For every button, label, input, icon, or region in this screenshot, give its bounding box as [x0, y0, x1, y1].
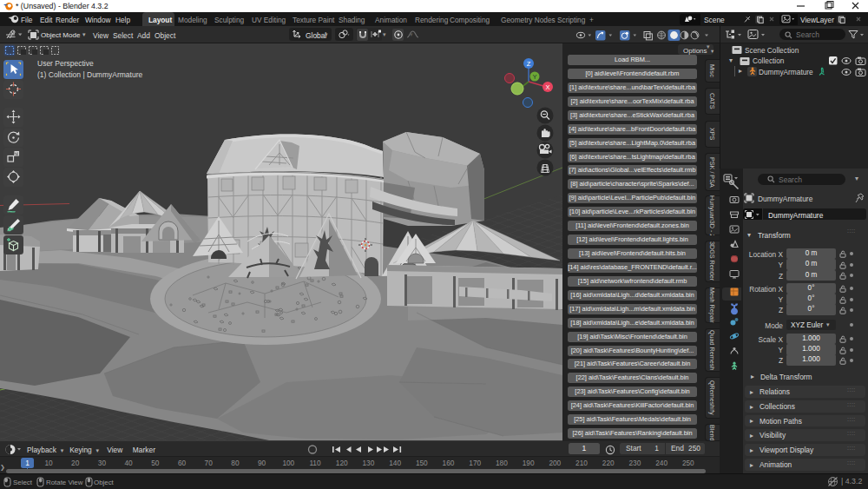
- svg-text:Y: Y: [533, 74, 537, 80]
- svg-text:Z: Z: [527, 60, 531, 68]
- svg-text:X: X: [545, 83, 549, 91]
